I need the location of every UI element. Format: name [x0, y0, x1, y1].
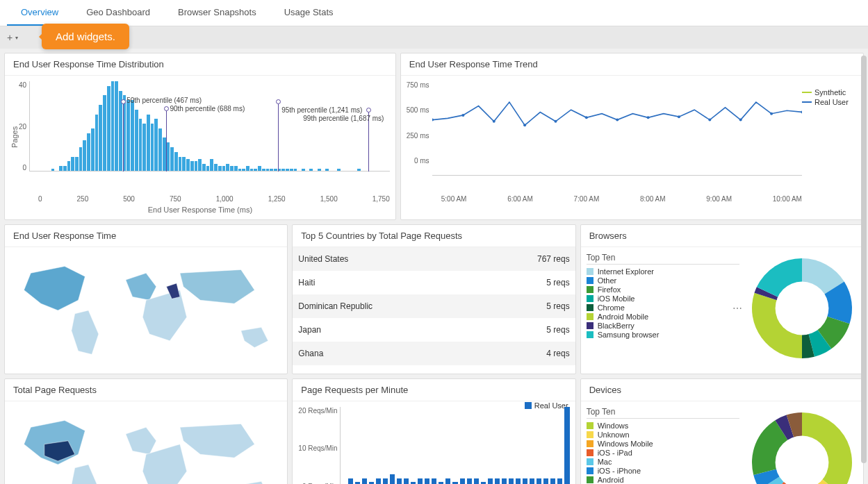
x-tick: 1,500 — [320, 195, 338, 203]
table-row[interactable]: Dominican Republic5 reqs — [293, 294, 575, 318]
percentile-label: 95th percentile (1,241 ms) — [281, 106, 362, 114]
dist-bar — [357, 169, 361, 171]
pr-bar — [509, 478, 514, 484]
legend-swatch — [587, 458, 593, 465]
legend-swatch — [587, 331, 593, 338]
dist-bar — [142, 124, 146, 171]
legend-label: Internet Explorer — [598, 267, 654, 276]
card-response-map: End User Response Time — [4, 224, 288, 374]
dist-bar — [281, 169, 285, 171]
dist-bar — [226, 164, 229, 171]
loading-icon: ⋯ — [732, 303, 741, 314]
legend-swatch — [587, 476, 593, 483]
dist-bar — [170, 147, 174, 171]
dist-bar — [91, 128, 95, 171]
dist-bar — [147, 115, 150, 171]
legend-item[interactable]: Windows — [587, 422, 739, 430]
devices-legend: Top Ten WindowsUnknownWindows MobileiOS … — [587, 407, 739, 484]
tab-bar: Overview Geo Dashboard Browser Snapshots… — [0, 0, 868, 26]
legend-swatch — [587, 467, 593, 474]
table-row[interactable]: Ghana4 reqs — [293, 342, 575, 365]
scrollbar[interactable] — [861, 56, 867, 463]
legend-item[interactable]: Other — [587, 276, 739, 285]
pagereq-chart[interactable]: 20 Reqs/Min 10 Reqs/Min 0 Reqs/Min — [298, 407, 569, 484]
legend-label: Mac — [598, 458, 612, 466]
table-row[interactable]: Haiti5 reqs — [293, 271, 575, 294]
legend-label: BlackBerry — [598, 322, 634, 330]
table-row[interactable]: United States767 reqs — [293, 247, 575, 271]
legend-swatch — [802, 92, 812, 93]
card-title: Devices — [581, 379, 863, 401]
y-tick: 10 Reqs/Min — [298, 444, 337, 452]
legend-item[interactable]: Internet Explorer — [587, 267, 739, 276]
legend-item[interactable]: Android — [587, 476, 739, 484]
distribution-chart[interactable]: Pages 40 20 0 50th percentile (467 ms) 9… — [10, 81, 390, 192]
dist-bar — [286, 169, 289, 171]
dist-bar — [214, 164, 218, 171]
y-tick: 0 ms — [407, 157, 429, 165]
dist-bar — [234, 166, 238, 171]
dist-bar — [111, 81, 115, 171]
legend-item[interactable]: BlackBerry — [587, 322, 739, 330]
devices-donut[interactable] — [746, 407, 858, 484]
legend-label: Windows Mobile — [598, 440, 653, 448]
card-title: Page Requests per Minute — [293, 379, 575, 401]
pr-bar — [348, 478, 353, 484]
dist-bar — [174, 152, 178, 171]
tab-usage-stats[interactable]: Usage Stats — [270, 0, 347, 26]
card-title: Browsers — [581, 225, 863, 247]
add-widget-dropdown-icon[interactable]: ▾ — [15, 35, 18, 41]
dist-bar — [270, 169, 273, 171]
dist-bar — [67, 161, 71, 171]
legend-item[interactable]: iOS Mobile — [587, 294, 739, 303]
legend-label: iOS Mobile — [598, 294, 635, 303]
legend-item[interactable]: Mac — [587, 458, 739, 466]
dist-bar — [218, 166, 222, 171]
legend-label: Synthetic — [814, 88, 846, 97]
tab-overview[interactable]: Overview — [7, 0, 72, 26]
svg-point-3 — [492, 120, 495, 123]
dist-bar — [51, 169, 55, 171]
add-widget-icon[interactable]: + — [7, 32, 13, 43]
x-tick: 750 — [170, 195, 181, 203]
tab-browser-snapshots[interactable]: Browser Snapshots — [164, 0, 270, 26]
legend-item[interactable]: iOS - iPhone — [587, 467, 739, 475]
card-pagerequests: Page Requests per Minute Real User 20 Re… — [292, 378, 575, 484]
legend-label: Windows — [598, 422, 629, 430]
card-title: End User Response Time — [5, 225, 287, 247]
tab-geo-dashboard[interactable]: Geo Dashboard — [72, 0, 164, 26]
dist-bar — [163, 137, 166, 171]
y-tick: 20 Reqs/Min — [298, 407, 337, 415]
world-map[interactable] — [5, 401, 287, 484]
dist-bar — [75, 157, 79, 171]
dist-bar — [71, 157, 74, 171]
legend-item[interactable]: Chrome — [587, 303, 739, 312]
legend-item[interactable]: Unknown — [587, 431, 739, 439]
legend-item[interactable]: Windows Mobile — [587, 440, 739, 448]
table-row[interactable]: Japan5 reqs — [293, 318, 575, 342]
svg-point-1 — [432, 119, 434, 122]
pr-bar — [397, 478, 402, 484]
pr-bar — [523, 478, 527, 484]
legend-item[interactable]: Android Mobile — [587, 312, 739, 321]
svg-point-5 — [554, 120, 557, 123]
x-ticks: 0 250 500 750 1,000 1,250 1,500 1,750 — [38, 192, 390, 203]
dist-bar — [79, 147, 83, 171]
pr-bar — [557, 478, 562, 484]
legend-swatch — [587, 295, 593, 302]
world-map[interactable] — [5, 247, 287, 374]
legend-item[interactable]: iOS - iPad — [587, 449, 739, 457]
dist-bar — [274, 169, 277, 171]
trend-chart[interactable]: 750 ms 500 ms 250 ms 0 ms Synthetic — [407, 81, 858, 192]
pr-bar — [550, 478, 555, 484]
legend-item[interactable]: Samsung browser — [587, 331, 739, 339]
legend-title: Top Ten — [587, 253, 739, 265]
country-value: 767 reqs — [537, 254, 570, 264]
legend-item[interactable]: Firefox — [587, 285, 739, 294]
dist-bar — [63, 166, 67, 171]
y-ticks: 20 Reqs/Min 10 Reqs/Min 0 Reqs/Min — [298, 407, 340, 484]
svg-point-11 — [739, 119, 742, 122]
legend-swatch — [587, 322, 593, 329]
y-axis-label: Pages — [10, 81, 19, 192]
browsers-donut[interactable]: ⋯ — [746, 253, 858, 364]
